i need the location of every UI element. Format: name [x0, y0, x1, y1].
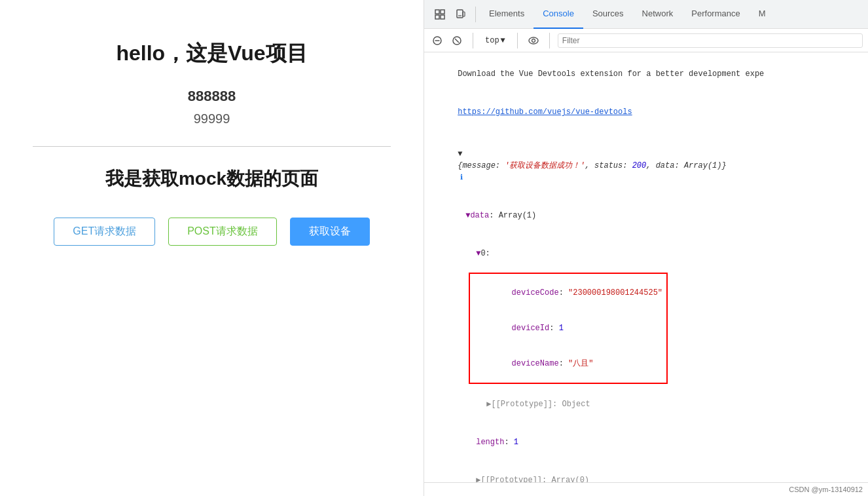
- toolbar-separator2: [517, 33, 518, 48]
- tab-elements[interactable]: Elements: [480, 0, 533, 29]
- toolbar-separator: [473, 33, 473, 48]
- number-888: 888888: [188, 88, 236, 105]
- svg-point-11: [529, 37, 538, 44]
- clear-console-button[interactable]: [429, 33, 445, 48]
- svg-rect-4: [457, 10, 463, 18]
- filter-toggle-button[interactable]: [449, 33, 465, 48]
- get-request-button[interactable]: GET请求数据: [54, 218, 155, 246]
- footer-text: CSDN @ym-13140912: [789, 486, 863, 493]
- buttons-row: GET请求数据 POST请求数据 获取设备: [54, 218, 369, 246]
- device-id-1: deviceId: 1: [474, 311, 662, 346]
- obj1-0-line: ▼0:: [424, 235, 868, 273]
- device-box-1: deviceCode: "230000198001244525" deviceI…: [469, 273, 668, 384]
- tab-separator: [475, 7, 476, 22]
- svg-rect-2: [435, 15, 439, 19]
- tab-network[interactable]: Network: [633, 0, 683, 29]
- device-name-1: deviceName: "八且": [474, 346, 662, 381]
- context-label: top: [485, 36, 499, 45]
- obj1-summary: {message: '获取设备数据成功！', status: 200, data…: [458, 161, 726, 170]
- left-panel: hello，这是Vue项目 888888 99999 我是获取mock数据的页面…: [0, 0, 424, 496]
- devtools-tabbar: Elements Console Sources Network Perform…: [424, 0, 868, 29]
- devtools-link-line: https://github.com/vuejs/vue-devtools: [424, 93, 868, 131]
- context-selector[interactable]: top ▼: [481, 35, 509, 47]
- inspect-icon[interactable]: [429, 4, 450, 25]
- console-toolbar: top ▼: [424, 29, 868, 52]
- svg-rect-5: [463, 12, 465, 16]
- post-request-button[interactable]: POST请求数据: [168, 218, 277, 246]
- proto-array1-line: ▶[[Prototype]]: Array(0): [424, 461, 868, 482]
- filter-input[interactable]: [558, 33, 863, 48]
- get-device-button[interactable]: 获取设备: [290, 218, 370, 246]
- device-icon[interactable]: [450, 4, 471, 25]
- data-array1-line: ▼data: Array(1): [424, 197, 868, 235]
- mock-title: 我是获取mock数据的页面: [105, 166, 318, 191]
- toolbar-separator3: [549, 33, 550, 48]
- svg-rect-0: [435, 10, 439, 14]
- device-code-1: deviceCode: "230000198001244525": [474, 275, 662, 311]
- tab-console[interactable]: Console: [533, 0, 583, 29]
- divider: [33, 146, 390, 147]
- tab-performance[interactable]: Performance: [682, 0, 749, 29]
- devtools-panel: Elements Console Sources Network Perform…: [424, 0, 868, 496]
- svg-rect-3: [441, 15, 444, 19]
- devtools-link[interactable]: https://github.com/vuejs/vue-devtools: [458, 107, 632, 117]
- devtools-msg-text: Download the Vue Devtools extension for …: [458, 69, 764, 79]
- devtools-footer: CSDN @ym-13140912: [424, 482, 868, 496]
- number-999: 99999: [194, 111, 230, 126]
- console-output: Download the Vue Devtools extension for …: [424, 52, 868, 482]
- svg-rect-1: [441, 10, 444, 14]
- proto1-line: ▶[[Prototype]]: Object: [424, 385, 868, 423]
- tab-sources[interactable]: Sources: [583, 0, 633, 29]
- svg-line-10: [455, 39, 459, 43]
- length1-line: length: 1: [424, 423, 868, 461]
- context-dropdown-icon: ▼: [501, 36, 505, 45]
- tab-more[interactable]: M: [750, 0, 775, 29]
- svg-point-12: [532, 39, 535, 42]
- devtools-message: Download the Vue Devtools extension for …: [424, 55, 868, 93]
- page-title: hello，这是Vue项目: [116, 39, 307, 68]
- eye-icon[interactable]: [526, 33, 541, 48]
- obj1-summary-line: ▼ {message: '获取设备数据成功！', status: 200, da…: [424, 135, 868, 197]
